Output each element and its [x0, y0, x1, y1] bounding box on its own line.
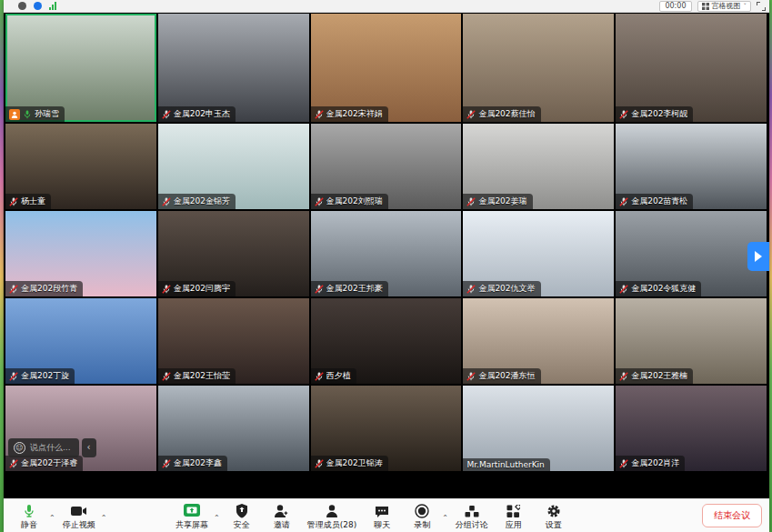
settings-button[interactable]: 设置	[536, 502, 572, 530]
view-mode-label: 宫格视图	[712, 2, 741, 11]
participant-tile[interactable]: 金属202段竹青	[5, 211, 156, 296]
manage-participants-button[interactable]: 管理成员(28)	[304, 502, 360, 530]
share-screen-label: 共享屏幕	[175, 520, 208, 529]
participant-tile[interactable]: 西夕植	[311, 298, 462, 384]
participant-name: 金属202丁旋	[21, 370, 69, 382]
participant-label: 金属202刘熙瑞	[311, 194, 388, 209]
invite-button[interactable]: 邀请	[264, 502, 300, 530]
participant-tile[interactable]: 金属202蔡佳怡	[463, 14, 614, 122]
participant-tile[interactable]: 金属202刘熙瑞	[311, 124, 462, 209]
chat-input[interactable]: ☺ 说点什么...	[8, 438, 79, 457]
signal-icon	[49, 2, 56, 10]
mic-muted-icon	[619, 372, 628, 381]
participant-label: 金属202姜瑞	[463, 194, 532, 209]
participant-tile[interactable]: 金属202潘东恒	[463, 298, 614, 384]
chat-button[interactable]: 聊天	[364, 502, 400, 530]
participant-tile[interactable]: 金属202仇文举	[463, 211, 614, 296]
participant-name: 金属202段竹青	[21, 283, 77, 295]
mic-muted-icon	[162, 372, 171, 381]
participant-name: 杨士童	[21, 196, 45, 207]
mic-muted-icon	[466, 285, 476, 294]
share-options-chevron-icon[interactable]: ⌃	[214, 514, 220, 522]
participant-tile[interactable]: 金属202李鑫	[158, 386, 309, 471]
participant-label: 杨士童	[5, 194, 51, 209]
mic-muted-icon	[9, 197, 18, 206]
record-label: 录制	[414, 520, 430, 529]
apps-button[interactable]: 应用	[496, 502, 532, 530]
encryption-shield-icon[interactable]	[34, 2, 42, 10]
participant-name: 金属202王邦豪	[326, 283, 383, 295]
participant-tile[interactable]: 金属202申玉杰	[158, 14, 309, 122]
participant-label: 金属202李鑫	[158, 456, 227, 471]
fullscreen-icon[interactable]	[757, 2, 766, 11]
record-options-chevron-icon[interactable]: ⌃	[442, 514, 448, 522]
mic-muted-icon	[315, 372, 324, 381]
meeting-timer: 00:00	[659, 1, 691, 12]
share-screen-icon	[184, 504, 200, 519]
participant-tile[interactable]: 金属202王雅楠	[616, 298, 767, 384]
participant-name: 金属202闫腾宇	[174, 283, 230, 295]
chat-label: 聊天	[374, 520, 390, 529]
participant-tile[interactable]: Mr.MartinLutherKin	[463, 386, 614, 471]
participant-tile[interactable]: 金属202闫腾宇	[158, 211, 309, 296]
participant-tile[interactable]: 金属202于泽睿	[5, 386, 156, 471]
host-badge-icon	[9, 109, 20, 120]
participant-label: 孙瑞雪	[5, 106, 65, 122]
participant-tile[interactable]: 金属202王邦豪	[311, 211, 462, 296]
participant-name: 金属202姜瑞	[478, 196, 526, 207]
mute-button[interactable]: 静音	[11, 502, 47, 530]
participant-tile[interactable]: 金属202丁旋	[5, 298, 156, 384]
mic-muted-icon	[9, 459, 18, 468]
mic-muted-icon	[466, 110, 476, 119]
participant-tile[interactable]: 金属202苗青松	[616, 124, 767, 209]
participant-label: 金属202闫腾宇	[158, 281, 236, 296]
person-icon	[326, 504, 338, 519]
participant-name: 金属202令狐克健	[631, 283, 696, 295]
chat-collapse-button[interactable]: ‹	[82, 438, 96, 457]
info-icon[interactable]	[18, 2, 26, 10]
breakout-rooms-button[interactable]: 分组讨论	[452, 502, 492, 530]
video-options-chevron-icon[interactable]: ⌃	[101, 514, 107, 522]
mic-muted-icon	[466, 197, 476, 206]
participant-tile[interactable]: 孙瑞雪	[5, 14, 156, 122]
participant-name: 金属202仇文举	[478, 283, 535, 295]
mic-muted-icon	[9, 285, 18, 294]
participant-name: 金属202王雅楠	[631, 370, 687, 382]
share-screen-button[interactable]: 共享屏幕	[172, 502, 212, 530]
security-button[interactable]: 安全	[224, 502, 260, 530]
emoji-icon[interactable]: ☺	[14, 442, 25, 454]
participant-label: 金属202王怡莹	[158, 368, 236, 384]
participant-tile[interactable]: 金属202李柯靓	[616, 14, 767, 122]
mute-options-chevron-icon[interactable]: ⌃	[49, 514, 55, 522]
toolbar: 静音 ⌃ 停止视频 ⌃ 共享屏幕 ⌃	[4, 498, 769, 532]
mic-muted-icon	[619, 285, 628, 294]
participant-tile[interactable]: 金属202金锦芳	[158, 124, 309, 209]
participant-name: 金属202卫锦涛	[326, 457, 383, 469]
meeting-window: 00:00 宫格视图 ˅ 孙瑞雪 金属202申玉杰	[4, 0, 769, 532]
participant-tile[interactable]: 金属202肖洋	[616, 386, 767, 471]
view-mode-button[interactable]: 宫格视图 ˅	[697, 1, 752, 12]
participant-tile[interactable]: 金属202卫锦涛	[311, 386, 462, 471]
mic-muted-icon	[619, 197, 628, 206]
participant-label: 金属202金锦芳	[158, 194, 236, 209]
stop-video-button[interactable]: 停止视频	[59, 502, 99, 530]
mic-muted-icon	[619, 110, 628, 119]
mic-muted-icon	[466, 372, 476, 381]
participant-label: 金属202于泽睿	[5, 456, 83, 471]
mic-muted-icon	[162, 285, 171, 294]
participant-label: 金属202仇文举	[463, 281, 540, 296]
video-area: 孙瑞雪 金属202申玉杰 金属202宋祥娟 金属202蔡佳怡 金属202李柯靓	[4, 13, 769, 498]
participant-label: 金属202申玉杰	[158, 106, 236, 122]
video-grid: 孙瑞雪 金属202申玉杰 金属202宋祥娟 金属202蔡佳怡 金属202李柯靓	[4, 13, 769, 471]
participant-name: 金属202潘东恒	[478, 370, 535, 382]
participant-tile[interactable]: 金属202姜瑞	[463, 124, 614, 209]
record-button[interactable]: 录制	[404, 502, 440, 530]
end-meeting-button[interactable]: 结束会议	[702, 504, 762, 527]
mic-muted-icon	[162, 110, 171, 119]
participant-tile[interactable]: 金属202令狐克健	[616, 211, 767, 296]
mic-muted-icon	[315, 197, 324, 206]
participant-tile[interactable]: 金属202王怡莹	[158, 298, 309, 384]
participant-tile[interactable]: 杨士童	[5, 124, 156, 209]
next-page-button[interactable]	[747, 242, 769, 271]
participant-tile[interactable]: 金属202宋祥娟	[311, 14, 462, 122]
